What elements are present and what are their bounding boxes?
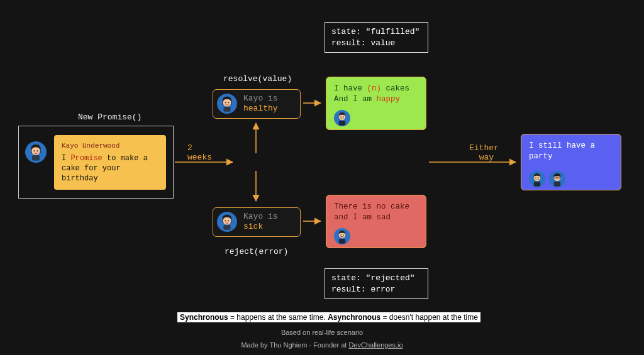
promise-hl: Promise (70, 154, 102, 163)
footer-async-text: = doesn't happen at the time (380, 313, 478, 322)
reject-l1b: cake (386, 202, 410, 211)
state-rejected-box: state: "rejected" result: error (325, 268, 428, 299)
status-sick-box: Kayo is sick (213, 207, 301, 237)
state-fulfilled-l1: state: "fulfilled" (331, 26, 421, 38)
label-two-weeks-l1: 2 (187, 143, 192, 153)
label-two-weeks-l2: weeks (187, 153, 212, 162)
state-fulfilled-l2: result: value (331, 38, 421, 49)
resolve-l1hl: (n) (367, 84, 382, 93)
avatar-friend-final (549, 171, 565, 187)
new-promise-box: Kayo Underwood I Promise to make a cake … (18, 126, 174, 199)
reject-l1hl: no (377, 202, 386, 211)
label-two-weeks: 2 weeks (187, 144, 212, 163)
label-either-way-l2: way (479, 153, 494, 162)
reject-line2: and I am sad (334, 212, 418, 223)
resolve-l2hl: happy (377, 95, 401, 104)
avatar-man-final (529, 171, 545, 187)
label-reject: reject(error) (225, 247, 288, 256)
reject-result-card: There is no cake and I am sad (326, 195, 426, 248)
promise-card: Kayo Underwood I Promise to make a cake … (54, 135, 166, 190)
promise-text: I Promise to make a cake for your birthd… (62, 154, 148, 183)
footer-async-label: Asynchronous (328, 313, 380, 322)
diagram-canvas: New Promise() resolve(value) reject(erro… (0, 0, 644, 355)
resolve-l1b: cakes (381, 84, 409, 93)
footer-sync-text: = happens at the same time. (228, 313, 328, 322)
resolve-line1: I have (n) cakes (334, 84, 418, 94)
footer-credit-prefix: Made by Thu Nghiem - Founder at (241, 341, 348, 349)
status-sick-prefix: Kayo is (243, 212, 278, 221)
state-rejected-l1: state: "rejected" (331, 273, 421, 284)
footer-definition: Synchronous = happens at the same time. … (177, 312, 480, 322)
reject-l2hl: sad (377, 213, 391, 222)
footer-credit-link[interactable]: DevChallenges.io (348, 341, 402, 349)
final-line: I still have a party (529, 141, 613, 162)
state-rejected-l2: result: error (331, 284, 421, 295)
label-resolve: resolve(value) (223, 74, 292, 84)
resolve-l1a: I have (334, 84, 367, 93)
reject-line1: There is no cake (334, 202, 418, 212)
avatar-man-happy (334, 110, 350, 126)
resolve-line2: And I am happy (334, 94, 418, 105)
label-new-promise: New Promise() (78, 112, 142, 122)
status-healthy-value: healthy (243, 104, 278, 113)
avatar-kayo-healthy (217, 94, 237, 114)
promise-author: Kayo Underwood (62, 141, 158, 151)
resolve-result-card: I have (n) cakes And I am happy (326, 77, 426, 130)
status-healthy-box: Kayo is healthy (213, 89, 301, 119)
resolve-l2a: And I am (334, 95, 377, 104)
status-sick-value: sick (243, 222, 263, 231)
promise-t1: I (62, 154, 70, 163)
status-sick-text: Kayo is sick (243, 212, 278, 232)
avatar-kayo-promise (25, 141, 47, 163)
status-healthy-prefix: Kayo is (243, 94, 278, 103)
final-card: I still have a party (521, 134, 621, 190)
footer-credit: Made by Thu Nghiem - Founder at DevChall… (0, 341, 644, 349)
status-healthy-text: Kayo is healthy (243, 94, 278, 114)
avatar-kayo-sick (217, 212, 237, 232)
avatar-man-sad (334, 228, 350, 244)
state-fulfilled-box: state: "fulfilled" result: value (325, 22, 428, 53)
reject-l2a: and I am (334, 213, 377, 222)
footer-sync-label: Synchronous (180, 313, 228, 322)
reject-l1a: There is (334, 202, 377, 211)
label-either-way-l1: Either (469, 143, 499, 153)
label-either-way: Either way (469, 144, 499, 163)
footer-based: Based on real-life scenario (0, 329, 644, 336)
